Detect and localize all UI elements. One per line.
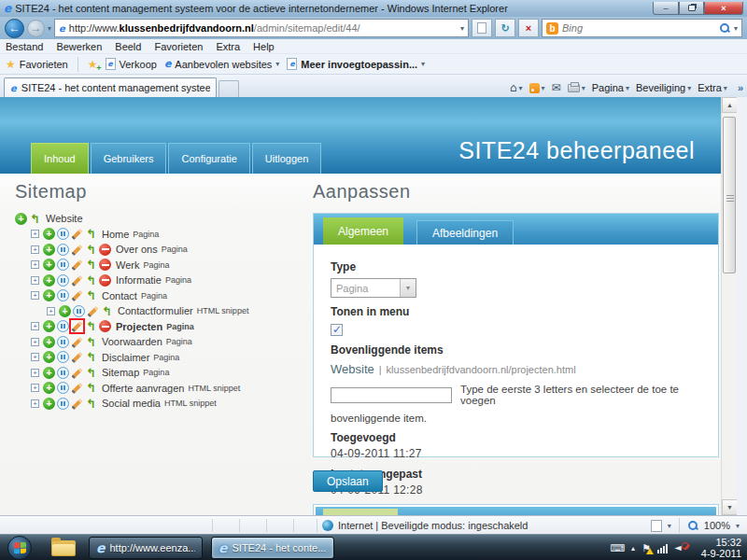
add-icon[interactable]: +	[43, 398, 55, 410]
move-icon[interactable]: ↰	[85, 274, 97, 287]
expand-icon[interactable]: +	[31, 399, 39, 408]
move-icon[interactable]: ↰	[85, 289, 97, 301]
expand-icon[interactable]: +	[31, 291, 39, 300]
refresh-button[interactable]: ↻	[495, 19, 515, 37]
restore-button[interactable]	[679, 2, 704, 15]
remove-icon[interactable]	[99, 244, 111, 256]
tree-label[interactable]: Voorwaarden	[102, 336, 162, 347]
search-icon[interactable]	[719, 22, 730, 34]
expand-icon[interactable]: +	[31, 338, 39, 346]
pause-icon[interactable]	[57, 259, 69, 271]
move-icon[interactable]: ↰	[85, 244, 97, 256]
add-icon[interactable]: +	[43, 320, 55, 332]
edit-icon[interactable]	[71, 259, 83, 271]
pause-icon[interactable]	[57, 336, 69, 348]
remove-icon[interactable]	[99, 274, 111, 287]
address-field[interactable]: e http://www.klussenbedrijfdvandoorn.nl/…	[54, 19, 469, 37]
expand-icon[interactable]: +	[31, 369, 39, 377]
scroll-down-button[interactable]: ▼	[722, 499, 738, 515]
move-icon[interactable]: ↰	[85, 367, 97, 379]
nav-tab-gebruikers[interactable]: Gebruikers	[91, 143, 167, 174]
pause-icon[interactable]	[57, 228, 69, 240]
minimize-button[interactable]: –	[653, 2, 679, 15]
move-icon[interactable]: ↰	[85, 228, 97, 240]
move-icon[interactable]: ↰	[85, 398, 97, 410]
tree-label[interactable]: Offerte aanvragen	[102, 383, 184, 394]
expand-icon[interactable]: +	[47, 307, 55, 315]
add-icon[interactable]: +	[43, 367, 55, 379]
edit-icon[interactable]	[71, 244, 83, 256]
expand-icon[interactable]: +	[31, 260, 39, 269]
show-in-menu-checkbox[interactable]	[331, 324, 343, 336]
tree-label[interactable]: Social media	[102, 398, 161, 409]
pause-icon[interactable]	[57, 320, 69, 332]
add-icon[interactable]: +	[43, 382, 55, 394]
explorer-taskbar-button[interactable]	[51, 539, 76, 556]
edit-icon[interactable]	[71, 367, 83, 379]
favorite-aanbevolen[interactable]: eAanbevolen websites▾	[164, 58, 279, 70]
hidden-icons-button[interactable]: ▴	[631, 544, 635, 553]
pause-icon[interactable]	[57, 351, 69, 363]
edit-icon[interactable]	[71, 382, 83, 394]
add-icon[interactable]: +	[43, 351, 55, 363]
keyboard-icon[interactable]: ⌨	[610, 542, 625, 554]
scrollbar-thumb[interactable]	[723, 117, 736, 273]
edit-icon[interactable]	[71, 228, 83, 240]
remove-icon[interactable]	[99, 320, 111, 332]
tree-label[interactable]: Website	[46, 213, 83, 224]
move-icon[interactable]: ↰	[101, 305, 113, 317]
nav-tab-configuratie[interactable]: Configuratie	[168, 143, 249, 174]
parent-search-input[interactable]	[331, 387, 452, 403]
feeds-button[interactable]: ▾	[529, 83, 545, 93]
compatibility-view-button[interactable]	[472, 19, 492, 37]
tools-menu-button[interactable]: Extra▾	[698, 82, 727, 93]
favorite-verkoop[interactable]: eVerkoop	[106, 58, 157, 70]
edit-icon[interactable]	[71, 274, 83, 287]
toolbar-overflow-button[interactable]: »	[738, 82, 743, 93]
favorites-button[interactable]: ★Favorieten	[6, 58, 68, 71]
volume-muted-icon[interactable]: ◄	[674, 542, 689, 553]
expand-icon[interactable]: +	[31, 245, 39, 254]
edit-icon[interactable]	[71, 336, 83, 348]
edit-icon-highlighted[interactable]	[71, 320, 83, 332]
browser-tab[interactable]: e SITE24 - het content management systee…	[4, 77, 217, 97]
add-icon[interactable]: +	[59, 305, 71, 317]
tree-label[interactable]: Projecten	[116, 321, 162, 332]
pause-icon[interactable]	[57, 244, 69, 256]
search-box[interactable]: b Bing ▾	[542, 19, 742, 37]
action-center-icon[interactable]: ⚑	[641, 542, 651, 554]
expand-icon[interactable]: +	[31, 322, 39, 330]
scroll-up-button[interactable]: ▲	[722, 97, 738, 113]
search-dropdown-icon[interactable]: ▾	[734, 24, 738, 33]
tree-label[interactable]: Over ons	[116, 244, 158, 255]
pause-icon[interactable]	[73, 305, 85, 317]
pause-icon[interactable]	[57, 367, 69, 379]
tree-label[interactable]: Contact	[102, 290, 137, 301]
close-button[interactable]: ×	[704, 2, 743, 15]
add-icon[interactable]: +	[43, 228, 55, 240]
move-icon[interactable]: ↰	[85, 382, 97, 394]
chevron-down-icon[interactable]: ▾	[668, 522, 671, 530]
tab-afbeeldingen[interactable]: Afbeeldingen	[416, 220, 514, 245]
remove-icon[interactable]	[99, 259, 111, 271]
forward-button[interactable]: →	[27, 20, 45, 37]
move-icon[interactable]: ↰	[29, 213, 41, 225]
move-icon[interactable]: ↰	[85, 351, 97, 363]
pause-icon[interactable]	[57, 382, 69, 394]
address-dropdown-icon[interactable]: ▾	[460, 24, 464, 33]
pause-icon[interactable]	[57, 398, 69, 410]
vertical-scrollbar[interactable]: ▲ ▼	[721, 97, 737, 515]
compatibility-status-icon[interactable]	[651, 520, 662, 532]
expand-icon[interactable]: +	[31, 276, 39, 285]
tree-label[interactable]: Disclaimer	[102, 352, 149, 363]
edit-icon[interactable]	[71, 398, 83, 410]
add-icon[interactable]: +	[43, 259, 55, 271]
menu-bewerken[interactable]: Bewerken	[56, 41, 102, 52]
network-icon[interactable]	[657, 543, 668, 553]
tree-label[interactable]: Werk	[116, 259, 139, 271]
move-icon[interactable]: ↰	[85, 336, 97, 348]
safety-menu-button[interactable]: Beveiliging▾	[636, 82, 691, 93]
taskbar-clock[interactable]: 15:32 4-9-2011	[701, 537, 741, 559]
chevron-down-icon[interactable]: ▾	[736, 522, 740, 530]
menu-favorieten[interactable]: Favorieten	[154, 41, 203, 52]
